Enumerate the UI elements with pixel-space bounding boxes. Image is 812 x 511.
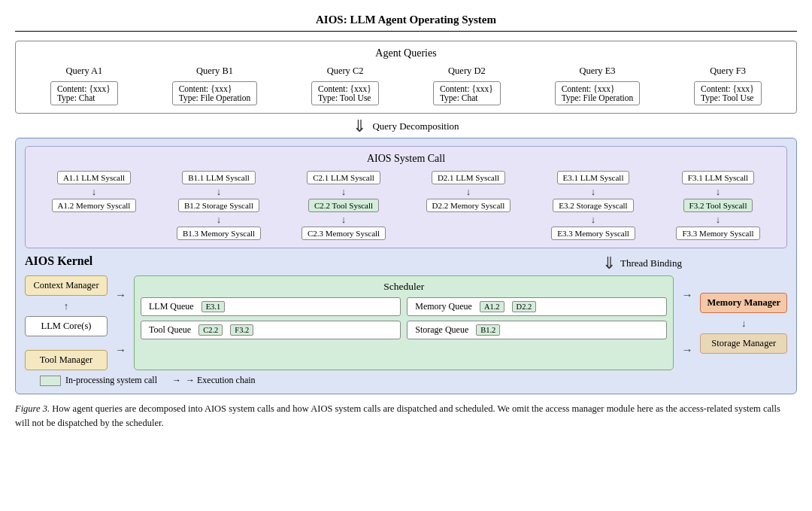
tool-manager-box: Tool Manager <box>25 350 108 370</box>
query-b1: Query B1 Content: {xxx} Type: File Opera… <box>172 65 258 105</box>
query-c2: Query C2 Content: {xxx} Type: Tool Use <box>311 65 379 105</box>
down-arrow-icon: ⇓ <box>353 118 366 135</box>
query-f3-type: Type: Tool Use <box>701 93 755 102</box>
query-d2-box: Content: {xxx} Type: Chat <box>433 81 501 105</box>
llm-cores-box: LLM Core(s) <box>25 316 108 336</box>
query-c2-box: Content: {xxx} Type: Tool Use <box>311 81 379 105</box>
syscall-e3-3: E3.3 Memory Syscall <box>551 227 635 240</box>
scheduler-box: Scheduler LLM Queue E3.1 Memory Queue A1… <box>134 275 674 370</box>
storage-queue-item: Storage Queue B1.2 <box>407 321 667 339</box>
syscall-col-b1: B1.1 LLM Syscall ↓ B1.2 Storage Syscall … <box>158 171 280 240</box>
query-f3: Query F3 Content: {xxx} Type: Tool Use <box>694 65 762 105</box>
query-d2-type: Type: Chat <box>440 93 494 102</box>
query-e3-label: Query E3 <box>579 65 615 77</box>
syscall-col-f3-arrow2: ↓ <box>716 214 721 224</box>
queue-row-2: Tool Queue C2.2 F3.2 Storage Queue B1.2 <box>141 321 667 339</box>
syscall-col-b1-arrow2: ↓ <box>217 214 222 224</box>
caption-figure-label: Figure 3. <box>15 403 50 414</box>
syscall-c2-1: C2.1 LLM Syscall <box>307 171 380 184</box>
tool-to-scheduler-arrow-icon: → <box>115 344 126 357</box>
legend-box-icon <box>40 376 61 386</box>
storage-queue-label: Storage Queue <box>415 324 468 336</box>
scheduler-title: Scheduler <box>141 281 667 293</box>
caption: Figure 3. How agent queries are decompos… <box>15 402 797 430</box>
legend-item-2-label: → Execution chain <box>186 375 256 386</box>
query-f3-label: Query F3 <box>710 65 746 77</box>
syscall-col-f3: F3.1 LLM Syscall ↓ F3.2 Tool Syscall ↓ F… <box>657 171 779 240</box>
left-col: Context Manager ↑ LLM Core(s) Tool Manag… <box>25 275 108 370</box>
llm-queue-item: LLM Queue E3.1 <box>141 297 401 316</box>
syscall-e3-1: E3.1 LLM Syscall <box>557 171 630 184</box>
query-a1-label: Query A1 <box>65 65 102 77</box>
memory-queue-item: Memory Queue A1.2 D2.2 <box>407 297 667 316</box>
memory-queue-tag2: D2.2 <box>512 301 537 312</box>
agent-queries-box: Agent Queries Query A1 Content: {xxx} Ty… <box>15 41 797 114</box>
query-decomposition-label: Query Decomposition <box>372 120 459 132</box>
syscall-col-a1: A1.1 LLM Syscall ↓ A1.2 Memory Syscall <box>33 171 155 212</box>
syscall-d2-2: D2.2 Memory Syscall <box>426 199 511 212</box>
agent-queries-title: Agent Queries <box>25 47 787 59</box>
syscall-f3-2: F3.2 Tool Syscall <box>683 199 753 212</box>
memory-queue-label: Memory Queue <box>415 301 472 312</box>
syscall-col-c2-arrow2: ↓ <box>341 214 347 224</box>
query-d2: Query D2 Content: {xxx} Type: Chat <box>433 65 501 105</box>
caption-text: How agent queries are decomposed into AI… <box>15 403 780 428</box>
query-c2-type: Type: Tool Use <box>318 93 372 102</box>
query-b1-label: Query B1 <box>196 65 233 77</box>
context-llm-arrow-icon: ↑ <box>64 301 69 311</box>
syscall-a1-1: A1.1 LLM Syscall <box>57 171 131 184</box>
tool-queue-item: Tool Queue C2.2 F3.2 <box>141 321 401 339</box>
syscall-columns: A1.1 LLM Syscall ↓ A1.2 Memory Syscall B… <box>33 171 779 240</box>
queue-rows: LLM Queue E3.1 Memory Queue A1.2 D2.2 To… <box>141 297 667 339</box>
right-col: Memory Manager ↓ Storage Manager <box>700 275 787 370</box>
query-f3-content: Content: {xxx} <box>701 84 755 93</box>
syscall-f3-3: F3.3 Memory Syscall <box>676 227 759 240</box>
kernel-content: Context Manager ↑ LLM Core(s) Tool Manag… <box>25 275 787 370</box>
query-c2-content: Content: {xxx} <box>318 84 372 93</box>
syscall-f3-1: F3.1 LLM Syscall <box>682 171 754 184</box>
queue-row-1: LLM Queue E3.1 Memory Queue A1.2 D2.2 <box>141 297 667 316</box>
query-c2-label: Query C2 <box>327 65 364 77</box>
syscall-title: AIOS System Call <box>33 153 779 165</box>
query-d2-label: Query D2 <box>448 65 486 77</box>
query-e3-type: Type: File Operation <box>562 93 634 102</box>
syscall-c2-2: C2.2 Tool Syscall <box>308 199 379 212</box>
tool-queue-tag1: C2.2 <box>198 324 223 336</box>
storage-queue-to-sm-arrow-icon: → <box>681 344 692 357</box>
tool-queue-label: Tool Queue <box>149 324 191 336</box>
syscall-b1-3: B1.3 Memory Syscall <box>177 227 261 240</box>
query-f3-box: Content: {xxx} Type: Tool Use <box>694 81 762 105</box>
syscall-box: AIOS System Call A1.1 LLM Syscall ↓ A1.2… <box>25 146 787 248</box>
syscall-b1-2: B1.2 Storage Syscall <box>178 199 259 212</box>
syscall-b1-1: B1.1 LLM Syscall <box>182 171 256 184</box>
thread-binding-label: Thread Binding <box>620 257 682 269</box>
memory-queue-to-mm-arrow-icon: → <box>681 289 692 302</box>
syscall-col-c2: C2.1 LLM Syscall ↓ C2.2 Tool Syscall ↓ C… <box>283 171 404 240</box>
storage-manager-box: Storage Manager <box>700 333 787 354</box>
legend-item-1: In-processing system call <box>40 375 157 386</box>
context-manager-box: Context Manager <box>25 275 108 296</box>
aios-kernel-outer: AIOS System Call A1.1 LLM Syscall ↓ A1.2… <box>15 138 797 394</box>
query-b1-box: Content: {xxx} Type: File Operation <box>172 81 258 105</box>
query-a1-type: Type: Chat <box>57 93 111 102</box>
legend-item-2: → → Execution chain <box>172 375 256 386</box>
syscall-col-a1-arrow: ↓ <box>92 187 97 196</box>
query-e3-content: Content: {xxx} <box>562 84 634 93</box>
legend-arrow-icon: → <box>172 375 181 386</box>
syscall-col-d2-arrow: ↓ <box>466 187 471 196</box>
llm-queue-label: LLM Queue <box>149 301 194 312</box>
query-d2-content: Content: {xxx} <box>440 84 494 93</box>
query-a1-content: Content: {xxx} <box>57 84 111 93</box>
query-decomposition-arrow-row: ⇓ Query Decomposition <box>15 118 797 135</box>
mm-to-sm-arrow-icon: ↓ <box>741 318 747 328</box>
query-b1-type: Type: File Operation <box>179 93 251 102</box>
queries-row: Query A1 Content: {xxx} Type: Chat Query… <box>25 65 787 105</box>
syscall-col-b1-arrow1: ↓ <box>217 187 222 196</box>
syscall-col-e3: E3.1 LLM Syscall ↓ E3.2 Storage Syscall … <box>532 171 654 240</box>
memory-queue-tag1: A1.2 <box>480 301 504 312</box>
syscall-d2-1: D2.1 LLM Syscall <box>432 171 505 184</box>
syscall-e3-2: E3.2 Storage Syscall <box>553 199 633 212</box>
query-e3: Query E3 Content: {xxx} Type: File Opera… <box>555 65 641 105</box>
syscall-col-c2-arrow1: ↓ <box>341 187 347 196</box>
query-a1-box: Content: {xxx} Type: Chat <box>50 81 118 105</box>
